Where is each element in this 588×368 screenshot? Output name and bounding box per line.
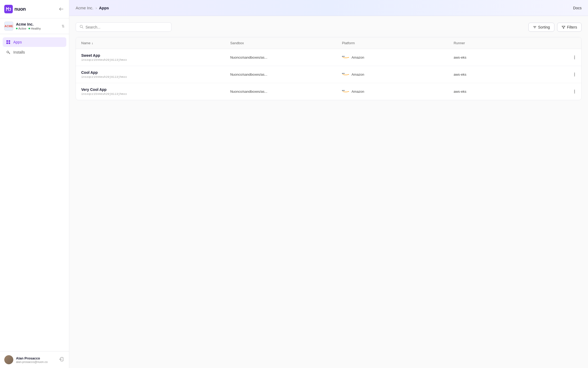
cell-app-name-0: Sweet App insxqcz1544euh29j0ii3jhmxx [81, 53, 230, 62]
cell-app-name-1: Cool App insxqcz1544euh29j0ii3jhmxx [81, 70, 230, 79]
toolbar: Sorting Filters [76, 22, 582, 32]
aws-icon: aws [342, 89, 349, 94]
installs-nav-label: Installs [13, 50, 25, 54]
user-name: Alan Prosacco [16, 356, 48, 360]
sidebar-nav: Apps Installs [0, 34, 69, 351]
svg-marker-10 [348, 74, 349, 75]
col-platform: Platform [342, 41, 454, 45]
search-box [76, 22, 172, 32]
sorting-button[interactable]: Sorting [528, 23, 554, 32]
sidebar-item-installs[interactable]: Installs [3, 47, 66, 57]
cell-platform-1: aws Amazon [342, 72, 454, 77]
logo-text: nuon [14, 6, 26, 12]
svg-rect-3 [6, 42, 8, 44]
cell-app-name-2: Very Cool App insxqcz1544euh29j0ii3jhmxx [81, 87, 230, 96]
filters-button[interactable]: Filters [557, 23, 582, 32]
org-info: Acme Inc. Active Healthy [16, 22, 41, 30]
avatar [4, 355, 13, 364]
table-header: Name ↓ Sandbox Platform Runner [76, 37, 581, 49]
row-menu-button-2[interactable] [573, 89, 576, 94]
active-badge: Active [16, 27, 26, 30]
svg-text:aws: aws [342, 90, 345, 91]
row-menu-button-1[interactable] [573, 72, 576, 77]
org-badges: Active Healthy [16, 27, 41, 30]
svg-rect-1 [6, 40, 8, 42]
sidebar-top: nuon [0, 0, 69, 18]
cell-runner-0: aws-eks [454, 55, 565, 59]
apps-nav-label: Apps [13, 40, 22, 44]
content-area: Sorting Filters Name ↓ Sandbox [69, 16, 588, 368]
col-runner: Runner [454, 41, 565, 45]
grid-icon [6, 40, 11, 45]
org-avatar: ACME [4, 22, 13, 31]
apps-table: Name ↓ Sandbox Platform Runner Sweet App [76, 37, 582, 100]
cell-sandbox-2: Nuonco/sandboxes/as... [230, 90, 342, 94]
breadcrumb-current: Apps [99, 6, 109, 10]
user-email: alan.prosacco@nuon.co [16, 360, 48, 363]
main-content: Acme Inc. › Apps Docs [69, 0, 588, 368]
cell-sandbox-0: Nuonco/sandboxes/as... [230, 55, 342, 59]
breadcrumb-org: Acme Inc. [76, 6, 93, 10]
cell-platform-2: aws Amazon [342, 89, 454, 94]
sorting-label: Sorting [538, 25, 550, 29]
aws-icon: aws [342, 55, 349, 60]
cell-actions-1 [565, 72, 576, 77]
active-dot [16, 28, 18, 29]
svg-marker-12 [348, 91, 349, 92]
cell-runner-2: aws-eks [454, 90, 565, 94]
svg-text:aws: aws [342, 55, 345, 57]
cell-runner-1: aws-eks [454, 72, 565, 76]
svg-rect-2 [9, 40, 10, 42]
sidebar-footer: Alan Prosacco alan.prosacco@nuon.co [0, 351, 69, 368]
avatar-image [4, 355, 13, 364]
search-input[interactable] [85, 25, 168, 29]
sort-icon[interactable]: ↓ [92, 41, 93, 45]
nuon-logo: nuon [4, 5, 26, 13]
logout-button[interactable] [58, 356, 65, 364]
svg-text:aws: aws [342, 72, 345, 74]
filters-icon [562, 25, 565, 29]
healthy-badge: Healthy [28, 27, 41, 30]
sorting-icon [533, 25, 537, 29]
org-switcher[interactable]: ACME Acme Inc. Active Healthy ⇅ [0, 18, 69, 34]
row-menu-button-0[interactable] [573, 55, 576, 60]
user-details: Alan Prosacco alan.prosacco@nuon.co [16, 356, 48, 363]
sidebar: nuon ACME Acme Inc. Active [0, 0, 69, 368]
cell-actions-2 [565, 89, 576, 94]
col-name: Name ↓ [81, 41, 230, 45]
table-row: Cool App insxqcz1544euh29j0ii3jhmxx Nuon… [76, 66, 581, 83]
healthy-dot [28, 28, 30, 29]
table-row: Sweet App insxqcz1544euh29j0ii3jhmxx Nuo… [76, 49, 581, 66]
filters-label: Filters [567, 25, 577, 29]
cell-sandbox-1: Nuonco/sandboxes/as... [230, 72, 342, 76]
col-sandbox: Sandbox [230, 41, 342, 45]
table-row: Very Cool App insxqcz1544euh29j0ii3jhmxx… [76, 83, 581, 100]
org-name: Acme Inc. [16, 22, 41, 26]
collapse-sidebar-button[interactable] [58, 6, 65, 13]
aws-icon: aws [342, 72, 349, 77]
breadcrumb: Acme Inc. › Apps [76, 6, 109, 10]
nuon-logo-icon [4, 5, 13, 13]
cell-platform-0: aws Amazon [342, 55, 454, 60]
chevron-updown-icon: ⇅ [62, 24, 65, 28]
search-icon [80, 25, 83, 29]
topbar: Acme Inc. › Apps Docs [69, 0, 588, 16]
user-info: Alan Prosacco alan.prosacco@nuon.co [4, 355, 48, 364]
docs-link[interactable]: Docs [573, 6, 582, 10]
svg-marker-8 [348, 57, 349, 58]
key-icon [6, 50, 11, 55]
svg-rect-4 [9, 42, 10, 44]
sidebar-item-apps[interactable]: Apps [3, 37, 66, 47]
toolbar-actions: Sorting Filters [528, 23, 582, 32]
cell-actions-0 [565, 55, 576, 60]
breadcrumb-separator: › [96, 6, 97, 10]
